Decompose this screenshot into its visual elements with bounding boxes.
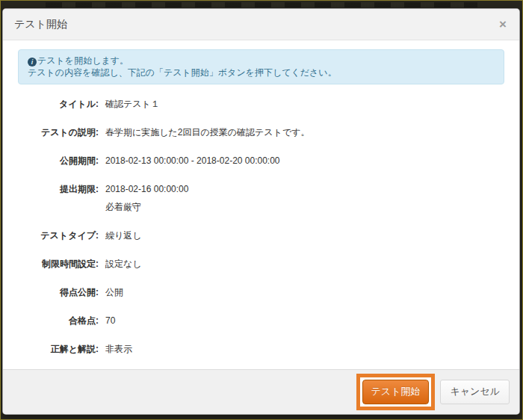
dimmed-page-background xyxy=(46,2,477,7)
field-values: 70 xyxy=(105,315,504,327)
field-value: 70 xyxy=(105,315,504,327)
dialog-header: テスト開始 × xyxy=(3,9,519,40)
field-values: 春学期に実施した2回目の授業の確認テストです。 xyxy=(105,126,504,138)
field-values: 設定なし xyxy=(105,258,504,270)
field-label: 合格点: xyxy=(18,315,99,327)
info-alert-line1: iテストを開始します。 xyxy=(28,55,495,67)
dialog-title: テスト開始 xyxy=(14,18,67,31)
test-start-dialog: テスト開始 × iテストを開始します。 テストの内容を確認し、下記の「テスト開始… xyxy=(2,8,520,415)
info-alert-text1: テストを開始します。 xyxy=(37,55,129,66)
start-button-highlight-ring: テスト開始 xyxy=(356,374,436,410)
field-values: 確認テスト１ xyxy=(105,98,504,110)
field-label: 提出期限: xyxy=(18,183,99,213)
dialog-body: iテストを開始します。 テストの内容を確認し、下記の「テスト開始」ボタンを押下し… xyxy=(3,40,519,369)
field-value: 設定なし xyxy=(105,258,504,270)
info-alert: iテストを開始します。 テストの内容を確認し、下記の「テスト開始」ボタンを押下し… xyxy=(18,49,504,84)
field-value: 公開 xyxy=(105,286,504,298)
field-row: 合格点: 70 xyxy=(18,315,504,327)
info-icon: i xyxy=(28,58,37,67)
field-label: 得点公開: xyxy=(18,286,99,298)
field-list: タイトル: 確認テスト１ テストの説明: 春学期に実施した2回目の授業の確認テス… xyxy=(18,98,504,355)
cancel-button[interactable]: キャンセル xyxy=(440,380,510,404)
field-label: 正解と解説: xyxy=(18,343,99,355)
dialog-footer: テスト開始 キャンセル xyxy=(3,369,519,414)
field-row: 制限時間設定: 設定なし xyxy=(18,258,504,270)
field-row: タイトル: 確認テスト１ xyxy=(18,98,504,110)
field-row: 得点公開: 公開 xyxy=(18,286,504,298)
field-values: 2018-02-13 00:00:00 - 2018-02-20 00:00:0… xyxy=(105,155,504,167)
field-value: 2018-02-16 00:00:00 xyxy=(105,183,504,195)
page: { "modal": { "title": "テスト開始", "close_la… xyxy=(0,0,523,420)
info-alert-line2: テストの内容を確認し、下記の「テスト開始」ボタンを押下してください。 xyxy=(28,67,495,78)
field-value: 春学期に実施した2回目の授業の確認テストです。 xyxy=(105,126,504,138)
field-value-secondary: 必着厳守 xyxy=(105,201,504,213)
field-value: 確認テスト１ xyxy=(105,98,504,110)
field-value: 2018-02-13 00:00:00 - 2018-02-20 00:00:0… xyxy=(105,155,504,167)
field-row: テストの説明: 春学期に実施した2回目の授業の確認テストです。 xyxy=(18,126,504,138)
field-label: 公開期間: xyxy=(18,155,99,167)
test-start-button[interactable]: テスト開始 xyxy=(362,380,430,404)
field-row: 正解と解説: 非表示 xyxy=(18,343,504,355)
field-row: 公開期間: 2018-02-13 00:00:00 - 2018-02-20 0… xyxy=(18,155,504,167)
field-values: 繰り返し xyxy=(105,229,504,241)
field-values: 公開 xyxy=(105,286,504,298)
field-values: 非表示 xyxy=(105,343,504,355)
field-values: 2018-02-16 00:00:00 必着厳守 xyxy=(105,183,504,213)
field-label: タイトル: xyxy=(18,98,99,110)
field-value: 繰り返し xyxy=(105,229,504,241)
field-row: 提出期限: 2018-02-16 00:00:00 必着厳守 xyxy=(18,183,504,213)
field-row: テストタイプ: 繰り返し xyxy=(18,229,504,241)
field-value: 非表示 xyxy=(105,343,504,355)
field-label: テストの説明: xyxy=(18,126,99,138)
field-label: 制限時間設定: xyxy=(18,258,99,270)
field-label: テストタイプ: xyxy=(18,229,99,241)
close-icon[interactable]: × xyxy=(498,19,508,30)
